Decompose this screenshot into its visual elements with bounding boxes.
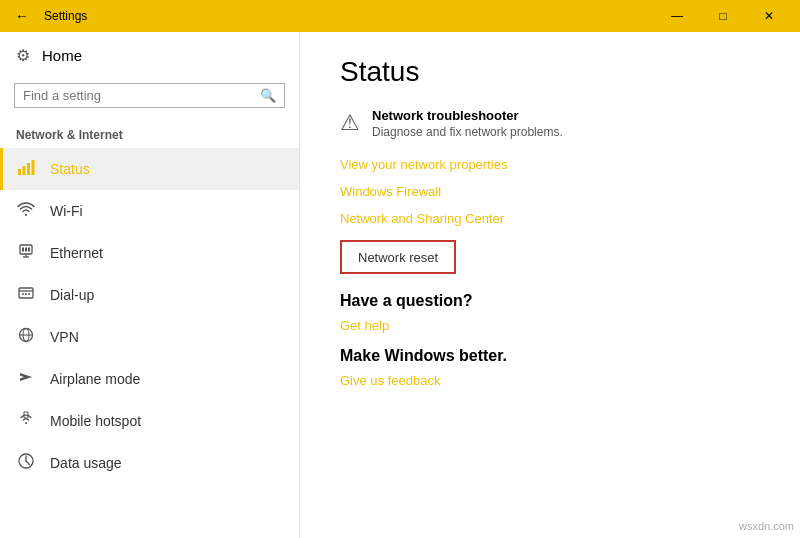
close-button[interactable]: ✕	[746, 0, 792, 32]
sidebar-item-home[interactable]: ⚙ Home	[0, 32, 299, 79]
sidebar-item-dialup-label: Dial-up	[50, 287, 94, 303]
search-input[interactable]	[23, 88, 260, 103]
svg-rect-0	[18, 169, 21, 175]
warning-icon: ⚠	[340, 110, 360, 136]
sidebar-item-datausage-label: Data usage	[50, 455, 122, 471]
search-box[interactable]: 🔍	[14, 83, 285, 108]
sidebar-item-hotspot[interactable]: Mobile hotspot	[0, 400, 299, 442]
svg-rect-7	[28, 248, 30, 252]
windows-firewall-link[interactable]: Windows Firewall	[340, 184, 760, 199]
back-icon: ←	[15, 8, 29, 24]
svg-point-12	[22, 293, 24, 295]
back-button[interactable]: ←	[8, 2, 36, 30]
status-icon	[16, 158, 36, 180]
page-title: Status	[340, 56, 760, 88]
feedback-link[interactable]: Give us feedback	[340, 373, 760, 388]
maximize-button[interactable]: □	[700, 0, 746, 32]
svg-rect-2	[27, 163, 30, 175]
troubleshooter-title: Network troubleshooter	[372, 108, 563, 123]
sidebar-item-vpn-label: VPN	[50, 329, 79, 345]
ethernet-icon	[16, 242, 36, 264]
sidebar: ⚙ Home 🔍 Network & Internet Status	[0, 32, 300, 538]
title-bar: ← Settings — □ ✕	[0, 0, 800, 32]
troubleshooter-section: ⚠ Network troubleshooter Diagnose and fi…	[340, 108, 760, 139]
svg-rect-5	[22, 248, 24, 252]
sidebar-item-ethernet[interactable]: Ethernet	[0, 232, 299, 274]
make-better-title: Make Windows better.	[340, 347, 760, 365]
sidebar-item-ethernet-label: Ethernet	[50, 245, 103, 261]
get-help-link[interactable]: Get help	[340, 318, 760, 333]
make-better-section: Make Windows better. Give us feedback	[340, 347, 760, 388]
window-controls: — □ ✕	[654, 0, 792, 32]
minimize-button[interactable]: —	[654, 0, 700, 32]
hotspot-icon	[16, 410, 36, 432]
svg-rect-6	[25, 248, 27, 252]
svg-point-14	[28, 293, 30, 295]
sidebar-item-airplane-label: Airplane mode	[50, 371, 140, 387]
troubleshooter-text: Network troubleshooter Diagnose and fix …	[372, 108, 563, 139]
troubleshooter-subtitle: Diagnose and fix network problems.	[372, 125, 563, 139]
vpn-icon	[16, 326, 36, 348]
sidebar-item-wifi-label: Wi-Fi	[50, 203, 83, 219]
main-layout: ⚙ Home 🔍 Network & Internet Status	[0, 32, 800, 538]
network-properties-link[interactable]: View your network properties	[340, 157, 760, 172]
sidebar-item-status-label: Status	[50, 161, 90, 177]
dialup-icon	[16, 284, 36, 306]
content-area: Status ⚠ Network troubleshooter Diagnose…	[300, 32, 800, 538]
sharing-center-link[interactable]: Network and Sharing Center	[340, 211, 760, 226]
home-label: Home	[42, 47, 82, 64]
sidebar-item-datausage[interactable]: Data usage	[0, 442, 299, 484]
window-title: Settings	[44, 9, 87, 23]
sidebar-item-wifi[interactable]: Wi-Fi	[0, 190, 299, 232]
svg-rect-1	[23, 166, 26, 175]
sidebar-item-hotspot-label: Mobile hotspot	[50, 413, 141, 429]
sidebar-item-airplane[interactable]: Airplane mode	[0, 358, 299, 400]
wifi-icon	[16, 200, 36, 222]
home-icon: ⚙	[16, 46, 30, 65]
svg-point-13	[25, 293, 27, 295]
airplane-icon	[16, 368, 36, 390]
sidebar-item-dialup[interactable]: Dial-up	[0, 274, 299, 316]
have-question-title: Have a question?	[340, 292, 760, 310]
svg-rect-3	[32, 160, 35, 175]
data-usage-icon	[16, 452, 36, 474]
sidebar-section-title: Network & Internet	[0, 120, 299, 148]
watermark: wsxdn.com	[739, 520, 794, 532]
search-icon: 🔍	[260, 88, 276, 103]
network-reset-label: Network reset	[358, 250, 438, 265]
network-reset-box[interactable]: Network reset	[340, 240, 456, 274]
sidebar-item-vpn[interactable]: VPN	[0, 316, 299, 358]
have-question-section: Have a question? Get help	[340, 292, 760, 333]
sidebar-item-status[interactable]: Status	[0, 148, 299, 190]
